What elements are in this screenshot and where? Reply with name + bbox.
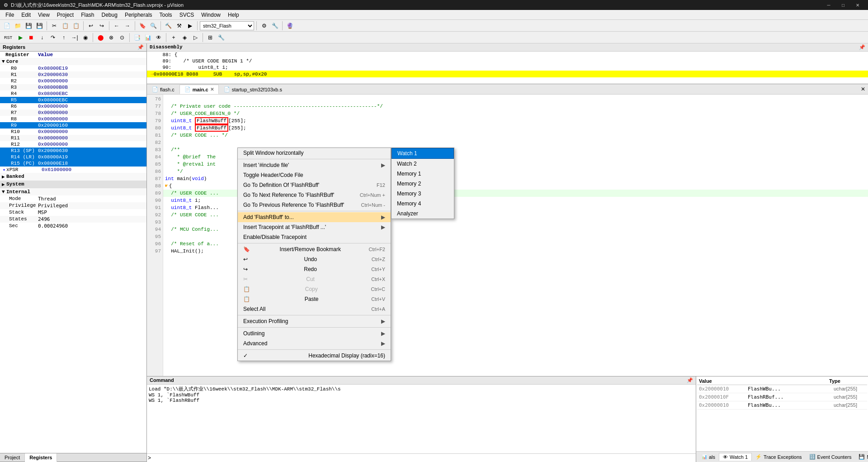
btab-trace-exceptions[interactable]: ⚡ Trace Exceptions <box>752 453 806 461</box>
breakpoint-button[interactable]: ⬤ <box>95 33 105 43</box>
xpsr-expand[interactable]: ✦ <box>2 167 5 172</box>
save-all-button[interactable]: 💾 <box>34 21 44 31</box>
sm-memory1[interactable]: Memory 1 <box>392 169 454 179</box>
banked-collapse[interactable]: ▶ <box>2 174 6 180</box>
bookmark-button[interactable]: 🔖 <box>137 21 147 31</box>
cm-split-window[interactable]: Split Window horizontally <box>238 148 391 158</box>
tab-project[interactable]: Project <box>0 453 25 462</box>
cm-exec-profiling[interactable]: Execution Profiling ▶ <box>238 316 391 326</box>
menu-window[interactable]: Window <box>198 11 224 19</box>
cm-cut[interactable]: ✂ Cut Ctrl+X <box>238 274 391 284</box>
show-next-button[interactable]: ◉ <box>80 33 90 43</box>
cm-go-next-ref[interactable]: Go To Next Reference To 'FlashRBuff' Ctr… <box>238 190 391 200</box>
reg-r7[interactable]: R7 0x00000000 <box>0 110 146 116</box>
redo-button[interactable]: ↪ <box>97 21 107 31</box>
step-button[interactable]: ↓ <box>37 33 47 43</box>
clear-bp-button[interactable]: ⊗ <box>106 33 116 43</box>
tab-close-button[interactable]: ✕ <box>858 84 868 94</box>
reg-r14[interactable]: R14 (LR) 0x08000A19 <box>0 154 146 160</box>
title-bar-controls[interactable]: ─ □ ✕ <box>822 0 864 10</box>
cm-outlining[interactable]: Outlining ▶ <box>238 329 391 338</box>
step-over-button[interactable]: ↷ <box>48 33 58 43</box>
new-file-button[interactable]: 📄 <box>2 21 12 31</box>
settings-button[interactable]: 🔧 <box>270 21 280 31</box>
disable-bp-button[interactable]: ⊙ <box>117 33 127 43</box>
btab-watch1[interactable]: 👁 Watch 1 <box>719 453 752 461</box>
mem-view-button[interactable]: 📊 <box>143 33 153 43</box>
run-to-cursor-button[interactable]: →| <box>70 33 80 43</box>
btab-memory1[interactable]: 💾 Memory 1 <box>855 453 868 461</box>
rebuild-button[interactable]: ⚒ <box>174 21 184 31</box>
reg-r1[interactable]: R1 0x20000630 <box>0 71 146 78</box>
nav-back-button[interactable]: ← <box>112 21 122 31</box>
cm-copy[interactable]: 📋 Copy Ctrl+C <box>238 284 391 294</box>
cut-button[interactable]: ✂ <box>49 21 59 31</box>
reg-r3[interactable]: R3 0x08000B0B <box>0 84 146 90</box>
command-pin[interactable]: 📌 <box>687 377 693 383</box>
open-file-button[interactable]: 📁 <box>13 21 23 31</box>
sm-watch1[interactable]: Watch 1 <box>392 148 454 159</box>
cm-redo[interactable]: ↪ Redo Ctrl+Y <box>238 264 391 274</box>
disasm-view-button[interactable]: 📑 <box>132 33 142 43</box>
menu-project[interactable]: Project <box>53 11 77 19</box>
exec-button[interactable]: ▷ <box>190 33 200 43</box>
cm-add-to[interactable]: Add 'FlashRBuff' to... ▶ <box>238 212 391 222</box>
menu-help[interactable]: Help <box>224 11 243 19</box>
menu-flash[interactable]: Flash <box>77 11 98 19</box>
logic-button[interactable]: ◈ <box>179 33 189 43</box>
menu-debug[interactable]: Debug <box>98 11 121 19</box>
sm-memory2[interactable]: Memory 2 <box>392 179 454 189</box>
command-input[interactable] <box>151 455 695 461</box>
reg-r13[interactable]: R13 (SP) 0x20000630 <box>0 148 146 154</box>
btab-event-counters[interactable]: 🔢 Event Counters <box>806 453 855 461</box>
cm-select-all[interactable]: Select All Ctrl+A <box>238 304 391 314</box>
collapse-icon[interactable]: ▼ <box>2 59 6 64</box>
main-c-close[interactable]: ✕ <box>210 87 214 92</box>
cm-undo[interactable]: ↩ Undo Ctrl+Z <box>238 254 391 264</box>
run-button[interactable]: ▶ <box>15 33 25 43</box>
menu-file[interactable]: File <box>2 11 18 19</box>
disasm-pin[interactable]: 📌 <box>859 44 865 50</box>
tab-main-c[interactable]: 📄 main.c ✕ <box>179 85 219 94</box>
menu-peripherals[interactable]: Peripherals <box>121 11 156 19</box>
more-views-button[interactable]: + <box>169 33 179 43</box>
sm-watch2[interactable]: Watch 2 <box>392 159 454 169</box>
magic-button[interactable]: 🔮 <box>285 21 295 31</box>
tab-registers[interactable]: Registers <box>25 453 57 462</box>
debug-button[interactable]: ▶ <box>185 21 195 31</box>
menu-view[interactable]: View <box>34 11 53 19</box>
cm-insert-trace[interactable]: Insert Tracepoint at 'FlashRBuff ...' ▶ <box>238 222 391 232</box>
sm-memory4[interactable]: Memory 4 <box>392 199 454 209</box>
reg-r15[interactable]: R15 (PC) 0x08000E18 <box>0 160 146 167</box>
reg-r0[interactable]: R0 0x08000E19 <box>0 65 146 71</box>
copy-button[interactable]: 📋 <box>60 21 70 31</box>
reg-r2[interactable]: R2 0x00000000 <box>0 78 146 84</box>
cm-bookmark[interactable]: 🔖 Insert/Remove Bookmark Ctrl+F2 <box>238 244 391 254</box>
layout-button[interactable]: ⊞ <box>205 33 215 43</box>
cm-enable-trace[interactable]: Enable/Disable Tracepoint <box>238 232 391 242</box>
watch-view-button[interactable]: 👁 <box>154 33 164 43</box>
cm-advanced[interactable]: Advanced ▶ <box>238 338 391 348</box>
target-select[interactable]: stm32_Flash <box>200 21 254 30</box>
paste-button[interactable]: 📋 <box>71 21 81 31</box>
build-button[interactable]: 🔨 <box>163 21 173 31</box>
find-button[interactable]: 🔍 <box>148 21 158 31</box>
step-out-button[interactable]: ↑ <box>59 33 69 43</box>
sm-analyzer[interactable]: Analyzer <box>392 209 454 219</box>
config-button[interactable]: ⚙ <box>259 21 269 31</box>
cm-go-definition[interactable]: Go To Definition Of 'FlashRBuff' F12 <box>238 180 391 190</box>
nav-forward-button[interactable]: → <box>123 21 132 31</box>
cm-paste[interactable]: 📋 Paste Ctrl+V <box>238 294 391 304</box>
close-button[interactable]: ✕ <box>851 0 864 10</box>
reg-r6[interactable]: R6 0x00000000 <box>0 103 146 110</box>
undo-button[interactable]: ↩ <box>86 21 96 31</box>
cm-toggle-header[interactable]: Toggle Header/Code File <box>238 170 391 180</box>
menu-tools[interactable]: Tools <box>156 11 176 19</box>
reset-button[interactable]: RST <box>2 33 14 43</box>
reg-r4[interactable]: R4 0x08000EBC <box>0 90 146 97</box>
maximize-button[interactable]: □ <box>836 0 850 10</box>
reg-r8[interactable]: R8 0x00000000 <box>0 116 146 122</box>
sm-memory3[interactable]: Memory 3 <box>392 189 454 199</box>
tab-startup-s[interactable]: 📄 startup_stm32f103xb.s <box>219 85 287 94</box>
btab-als[interactable]: 📊 als <box>698 453 719 461</box>
